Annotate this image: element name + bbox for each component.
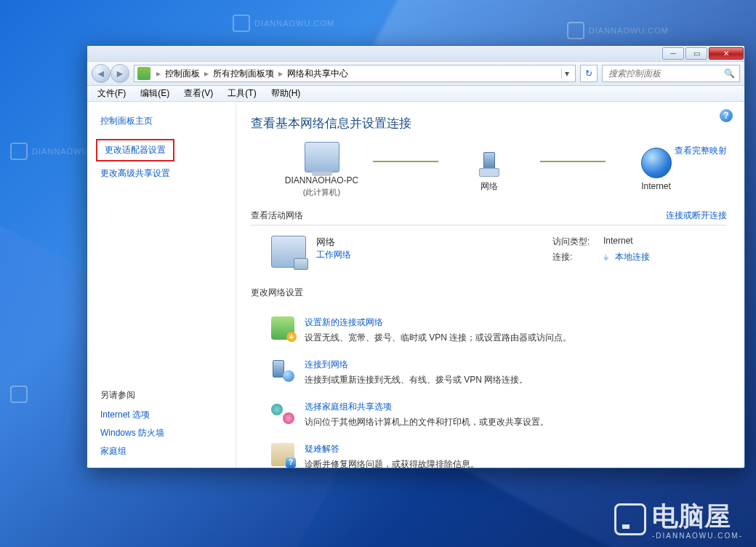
network-sharing-center-window: ─ ▭ ✕ ◄ ► ▸ 控制面板 ▸ 所有控制面板项 ▸ 网络和共享中心 ▾ ↻… xyxy=(87,45,745,468)
active-network-row: 网络 工作网络 访问类型: Internet 连接: ⏚本地连接 xyxy=(251,231,727,275)
node-network[interactable]: 网络 xyxy=(438,148,540,193)
connect-network-icon xyxy=(271,359,294,382)
menu-file[interactable]: 文件(F) xyxy=(92,86,132,101)
sidebar-change-adapter-settings[interactable]: 更改适配器设置 xyxy=(96,139,174,161)
homegroup-icon xyxy=(271,401,294,424)
menu-view[interactable]: 查看(V) xyxy=(178,86,219,101)
search-box[interactable]: 🔍 xyxy=(602,65,740,82)
maximize-button[interactable]: ▭ xyxy=(685,47,707,60)
breadcrumb-dropdown[interactable]: ▾ xyxy=(561,68,572,79)
search-input[interactable] xyxy=(607,68,724,79)
breadcrumb[interactable]: ▸ 控制面板 ▸ 所有控制面板项 ▸ 网络和共享中心 ▾ xyxy=(134,65,576,82)
breadcrumb-root[interactable]: 控制面板 xyxy=(162,68,203,80)
connections-label: 连接: xyxy=(552,251,603,263)
network-icon xyxy=(476,148,502,178)
see-also-homegroup[interactable]: 家庭组 xyxy=(100,442,236,460)
ethernet-icon: ⏚ xyxy=(603,252,612,260)
active-networks-header: 查看活动网络 连接或断开连接 xyxy=(251,205,727,225)
connection-line xyxy=(373,161,438,162)
content-pane: ? 查看基本网络信息并设置连接 查看完整映射 DIANNAOHAO-PC (此计… xyxy=(236,102,744,468)
nav-back-button[interactable]: ◄ xyxy=(92,64,110,83)
control-panel-icon xyxy=(137,67,150,80)
access-type-value: Internet xyxy=(603,236,727,248)
connection-line xyxy=(540,161,606,162)
see-also-internet-options[interactable]: Internet 选项 xyxy=(100,406,236,424)
task-homegroup-sharing[interactable]: 选择家庭组和共享选项 访问位于其他网络计算机上的文件和打印机，或更改共享设置。 xyxy=(271,395,727,437)
search-icon: 🔍 xyxy=(724,68,735,79)
active-network-icon xyxy=(271,236,306,268)
watermark-url: DIANNAOWU.COM xyxy=(589,26,669,35)
sidebar-control-panel-home[interactable]: 控制面板主页 xyxy=(100,112,236,130)
task-connect-network[interactable]: 连接到网络 连接到或重新连接到无线、有线、拨号或 VPN 网络连接。 xyxy=(271,353,727,395)
sidebar: 控制面板主页 更改适配器设置 更改高级共享设置 另请参阅 Internet 选项… xyxy=(87,102,236,468)
active-network-type-link[interactable]: 工作网络 xyxy=(316,249,351,260)
active-network-name: 网络 xyxy=(316,236,476,249)
task-troubleshoot[interactable]: 疑难解答 诊断并修复网络问题，或获得故障排除信息。 xyxy=(271,437,727,468)
watermark-brand: 电脑屋 -DIANNAOWU.COM- xyxy=(614,499,743,540)
breadcrumb-current[interactable]: 网络和共享中心 xyxy=(284,68,351,80)
menu-edit[interactable]: 编辑(E) xyxy=(134,86,175,101)
local-connection-link[interactable]: ⏚本地连接 xyxy=(603,251,727,263)
task-setup-new-connection[interactable]: 设置新的连接或网络 设置无线、宽带、拨号、临时或 VPN 连接；或设置路由器或访… xyxy=(271,311,727,353)
refresh-button[interactable]: ↻ xyxy=(580,65,598,82)
menu-bar: 文件(F) 编辑(E) 查看(V) 工具(T) 帮助(H) xyxy=(87,86,744,102)
change-settings-header: 更改网络设置 xyxy=(251,282,727,302)
breadcrumb-level1[interactable]: 所有控制面板项 xyxy=(210,68,277,80)
menu-help[interactable]: 帮助(H) xyxy=(265,86,307,101)
troubleshoot-icon xyxy=(271,443,294,466)
menu-tools[interactable]: 工具(T) xyxy=(222,86,262,101)
node-this-computer[interactable]: DIANNAOHAO-PC (此计算机) xyxy=(271,142,373,198)
minimize-button[interactable]: ─ xyxy=(662,47,684,60)
sidebar-advanced-sharing[interactable]: 更改高级共享设置 xyxy=(100,164,236,183)
address-bar: ◄ ► ▸ 控制面板 ▸ 所有控制面板项 ▸ 网络和共享中心 ▾ ↻ 🔍 xyxy=(87,62,744,86)
network-map: 查看完整映射 DIANNAOHAO-PC (此计算机) 网络 Internet xyxy=(251,142,727,198)
nav-forward-button[interactable]: ► xyxy=(110,64,129,83)
view-full-map-link[interactable]: 查看完整映射 xyxy=(675,145,727,157)
watermark-url: DIANNAOWU.COM xyxy=(254,19,334,28)
globe-icon xyxy=(641,148,672,178)
help-icon[interactable]: ? xyxy=(720,109,733,122)
connect-disconnect-link[interactable]: 连接或断开连接 xyxy=(666,209,727,222)
close-button[interactable]: ✕ xyxy=(709,47,744,60)
see-also-firewall[interactable]: Windows 防火墙 xyxy=(100,424,236,442)
computer-icon xyxy=(305,142,339,172)
plus-network-icon xyxy=(271,316,294,340)
page-title: 查看基本网络信息并设置连接 xyxy=(251,115,727,132)
access-type-label: 访问类型: xyxy=(552,236,603,248)
titlebar: ─ ▭ ✕ xyxy=(87,46,744,62)
see-also-header: 另请参阅 xyxy=(100,389,236,402)
